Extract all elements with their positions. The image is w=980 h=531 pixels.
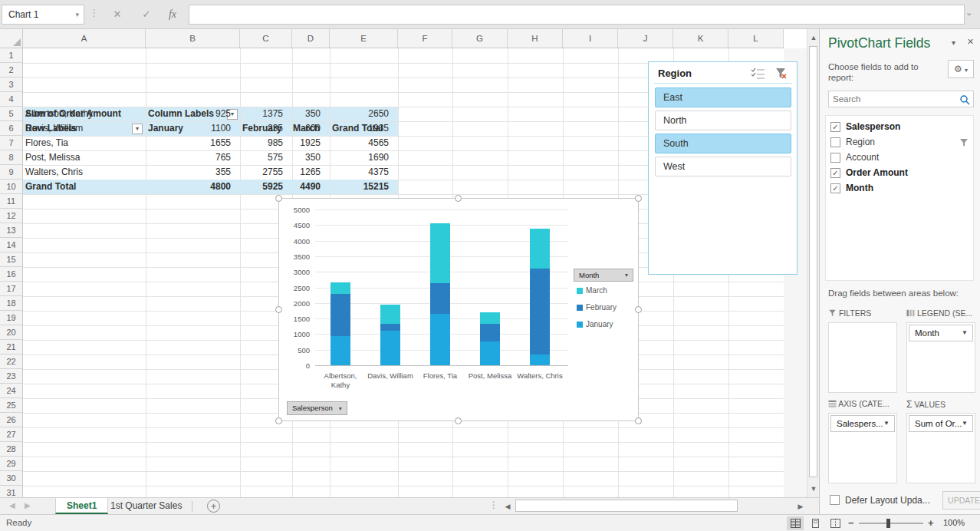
column-letter[interactable]: J bbox=[618, 29, 673, 48]
pivot-value[interactable]: 1375 bbox=[240, 108, 288, 119]
row-number[interactable]: 12 bbox=[0, 209, 22, 223]
page-layout-view-button[interactable] bbox=[807, 516, 824, 530]
pivot-value[interactable]: 235 bbox=[240, 123, 288, 134]
column-letter[interactable]: B bbox=[146, 29, 240, 48]
bar-segment-january[interactable] bbox=[480, 341, 500, 365]
axis-area-box[interactable]: Salespers...▼ bbox=[828, 413, 897, 483]
pivot-row-name[interactable]: Davis, William bbox=[25, 123, 143, 134]
chart-handle-bl[interactable] bbox=[275, 417, 282, 424]
row-headers[interactable]: 1234567891011121314151617181920212223242… bbox=[0, 48, 23, 497]
pivot-value[interactable]: 4565 bbox=[330, 137, 393, 148]
pivot-value[interactable]: 355 bbox=[146, 167, 235, 177]
chart-handle-br[interactable] bbox=[635, 417, 642, 424]
scroll-down-icon[interactable]: ▼ bbox=[807, 485, 820, 493]
legend-entry[interactable]: February bbox=[577, 304, 617, 312]
pivot-chart[interactable]: Month▾ Salesperson▾ 05001000150020002500… bbox=[278, 198, 639, 421]
zoom-out-button[interactable]: − bbox=[848, 517, 854, 529]
pivot-row-name[interactable]: Albertson, Kathy bbox=[25, 108, 143, 119]
row-number[interactable]: 10 bbox=[0, 180, 22, 194]
pivot-value[interactable]: 1690 bbox=[330, 152, 393, 163]
column-letter[interactable]: K bbox=[673, 29, 728, 48]
pivot-value[interactable]: 2755 bbox=[240, 167, 288, 177]
name-box[interactable]: Chart 1 ▾ bbox=[2, 5, 84, 25]
pivot-grand-total-value[interactable]: 5925 bbox=[240, 181, 288, 192]
bar-segment-march[interactable] bbox=[331, 282, 350, 293]
row-number[interactable]: 7 bbox=[0, 136, 22, 150]
row-number[interactable]: 28 bbox=[0, 442, 22, 457]
column-letter[interactable]: C bbox=[240, 29, 292, 48]
formula-bar-expand-icon[interactable]: ⌄ bbox=[965, 8, 972, 18]
vertical-scrollbar[interactable]: ▲ ▼ bbox=[807, 29, 819, 497]
pivot-value[interactable]: 350 bbox=[292, 108, 325, 119]
values-area-box[interactable]: Sum of Or...▼ bbox=[906, 413, 975, 483]
axis-field-button[interactable]: Salesperson▾ bbox=[287, 401, 347, 415]
pivot-grand-total-label[interactable]: Grand Total bbox=[25, 181, 143, 192]
filters-area-box[interactable] bbox=[828, 322, 897, 393]
search-input[interactable] bbox=[829, 91, 952, 107]
pivot-value[interactable]: 575 bbox=[240, 152, 288, 163]
splitter-dots-icon[interactable]: ⋮ bbox=[489, 500, 498, 510]
pivot-value[interactable]: 2650 bbox=[330, 108, 393, 119]
update-button[interactable]: UPDATE bbox=[942, 491, 980, 510]
region-slicer[interactable]: Region East North South West bbox=[648, 61, 797, 275]
zoom-level[interactable]: 100% bbox=[943, 518, 965, 527]
legend-entry[interactable]: March bbox=[577, 287, 607, 295]
bar-segment-march[interactable] bbox=[380, 305, 400, 323]
row-number[interactable]: 11 bbox=[0, 194, 22, 209]
column-letter[interactable]: D bbox=[292, 29, 330, 48]
bar-segment-january[interactable] bbox=[530, 355, 550, 365]
normal-view-button[interactable] bbox=[787, 516, 804, 530]
row-number[interactable]: 18 bbox=[0, 296, 22, 311]
row-number[interactable]: 2 bbox=[0, 63, 22, 78]
field-row-salesperson[interactable]: ✓Salesperson bbox=[830, 120, 970, 136]
row-number[interactable]: 14 bbox=[0, 238, 22, 252]
scroll-right-icon[interactable]: ▶ bbox=[794, 503, 807, 510]
bar-segment-january[interactable] bbox=[430, 314, 450, 365]
horizontal-scroll-thumb[interactable] bbox=[515, 500, 738, 512]
chart-handle-tl[interactable] bbox=[275, 195, 282, 202]
tab-nav-right-icon[interactable]: ▶ bbox=[25, 501, 31, 510]
enter-button[interactable]: ✓ bbox=[138, 6, 155, 23]
legend-entry[interactable]: January bbox=[577, 321, 613, 328]
legend-field-button[interactable]: Month▾ bbox=[574, 269, 633, 282]
field-row-account[interactable]: Account bbox=[830, 151, 970, 167]
bar-segment-march[interactable] bbox=[430, 223, 450, 283]
pivot-value[interactable]: 1655 bbox=[146, 137, 235, 148]
bar-segment-january[interactable] bbox=[380, 331, 400, 365]
insert-function-button[interactable]: fx bbox=[164, 6, 181, 23]
row-number[interactable]: 8 bbox=[0, 150, 22, 165]
chart-handle-ml[interactable] bbox=[275, 306, 282, 313]
scroll-up-icon[interactable]: ▲ bbox=[807, 34, 820, 41]
horizontal-scrollbar[interactable]: ◀ ▶ bbox=[500, 498, 808, 514]
field-row-region[interactable]: Region bbox=[830, 136, 970, 151]
row-number[interactable]: 22 bbox=[0, 355, 22, 369]
bar-segment-february[interactable] bbox=[331, 294, 350, 337]
row-number[interactable]: 31 bbox=[0, 486, 22, 497]
search-box[interactable] bbox=[828, 91, 974, 107]
row-number[interactable]: 25 bbox=[0, 398, 22, 413]
bar-segment-february[interactable] bbox=[430, 283, 450, 314]
row-number[interactable]: 21 bbox=[0, 340, 22, 355]
row-number[interactable]: 23 bbox=[0, 369, 22, 384]
bar-segment-february[interactable] bbox=[380, 324, 400, 331]
pivot-value[interactable]: 925 bbox=[146, 108, 235, 119]
pane-close-icon[interactable]: ✕ bbox=[967, 37, 974, 47]
column-letter[interactable]: A bbox=[23, 29, 146, 48]
slicer-item-west[interactable]: West bbox=[655, 157, 791, 176]
search-icon[interactable] bbox=[959, 94, 970, 105]
name-box-dropdown-icon[interactable]: ▾ bbox=[75, 5, 79, 24]
slicer-item-north[interactable]: North bbox=[655, 110, 791, 130]
pivot-value[interactable]: 4375 bbox=[330, 167, 393, 177]
multi-select-icon[interactable] bbox=[751, 67, 766, 81]
values-pill-sum[interactable]: Sum of Or...▼ bbox=[909, 415, 973, 432]
bar-segment-march[interactable] bbox=[480, 312, 500, 323]
pivot-row-name[interactable]: Flores, Tia bbox=[25, 137, 143, 148]
formula-input[interactable] bbox=[189, 5, 965, 25]
scroll-left-icon[interactable]: ◀ bbox=[502, 503, 514, 510]
legend-pill-month[interactable]: Month▼ bbox=[909, 325, 973, 341]
pivot-grand-total-value[interactable]: 4800 bbox=[146, 181, 235, 192]
pivot-grand-total-value[interactable]: 15215 bbox=[330, 181, 393, 192]
column-letter[interactable]: L bbox=[728, 29, 784, 48]
defer-checkbox[interactable] bbox=[830, 495, 840, 505]
clear-filter-icon[interactable] bbox=[774, 67, 789, 81]
